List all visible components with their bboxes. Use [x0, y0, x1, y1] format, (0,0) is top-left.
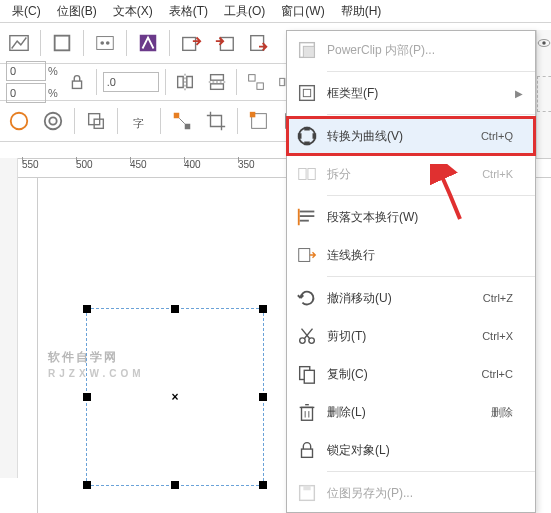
svg-rect-56: [302, 407, 313, 420]
menu-item-shortcut: 删除: [491, 405, 513, 420]
svg-rect-49: [299, 249, 310, 262]
svg-text:字: 字: [133, 117, 144, 129]
svg-rect-29: [250, 112, 256, 118]
menu-item-label: 锁定对象(L): [327, 442, 513, 459]
frame-icon: [287, 82, 327, 104]
percent-label: %: [48, 65, 58, 77]
menu-item-label: PowerClip 内部(P)...: [327, 42, 513, 59]
svg-rect-8: [251, 36, 264, 51]
menu-item-frame[interactable]: 框类型(F)▶: [287, 74, 535, 112]
tool-launch-icon[interactable]: [6, 30, 32, 56]
lock-ratio-icon[interactable]: [64, 69, 90, 95]
menu-item-linewrap[interactable]: 连线换行: [287, 236, 535, 274]
svg-rect-41: [298, 133, 302, 139]
svg-rect-36: [300, 86, 315, 101]
ruler-vertical: [18, 178, 38, 513]
undo-icon: [287, 287, 327, 309]
scale-y-input[interactable]: 0: [6, 83, 46, 103]
menu-tools[interactable]: 工具(O): [216, 3, 273, 20]
svg-rect-35: [303, 46, 314, 57]
menu-item-label: 复制(C): [327, 366, 482, 383]
handle-sw[interactable]: [83, 481, 91, 489]
svg-rect-14: [248, 75, 254, 81]
menu-bitmap[interactable]: 位图(B): [49, 3, 105, 20]
align-icon[interactable]: [243, 69, 269, 95]
handle-nw[interactable]: [83, 305, 91, 313]
tool-options-icon[interactable]: [92, 30, 118, 56]
menu-item-shortcut: Ctrl+Q: [481, 130, 513, 142]
tool-app-icon[interactable]: [135, 30, 161, 56]
menu-item-paratext[interactable]: 段落文本换行(W): [287, 198, 535, 236]
menu-item-shortcut: Ctrl+X: [482, 330, 513, 342]
menu-item-shortcut: Ctrl+C: [482, 368, 513, 380]
menu-item-split: 拆分Ctrl+K: [287, 155, 535, 193]
shape-combine-icon[interactable]: [83, 108, 109, 134]
lock-icon: [287, 439, 327, 461]
menu-item-label: 框类型(F): [327, 85, 513, 102]
handle-n[interactable]: [171, 305, 179, 313]
svg-point-4: [106, 41, 110, 45]
menu-item-label: 撤消移动(U): [327, 290, 483, 307]
menu-item-label: 连线换行: [327, 247, 513, 264]
menu-item-cut[interactable]: 剪切(T)Ctrl+X: [287, 317, 535, 355]
arrange-dropdown-menu: PowerClip 内部(P)...框类型(F)▶转换为曲线(V)Ctrl+Q拆…: [286, 30, 536, 513]
tool-publish-icon[interactable]: [246, 30, 272, 56]
selection-rectangle[interactable]: ×: [86, 308, 264, 486]
scale-x-input[interactable]: 0: [6, 61, 46, 81]
menu-item-label: 段落文本换行(W): [327, 209, 513, 226]
toolbox-strip: [0, 158, 18, 478]
percent-label: %: [48, 87, 58, 99]
menu-item-label: 删除(L): [327, 404, 491, 421]
menu-item-saveas: 位图另存为(P)...: [287, 474, 535, 512]
svg-rect-43: [299, 169, 306, 180]
menu-effects[interactable]: 果(C): [4, 3, 49, 20]
handle-s[interactable]: [171, 481, 179, 489]
svg-rect-11: [210, 75, 223, 81]
saveas-icon: [287, 482, 327, 504]
svg-rect-44: [308, 169, 315, 180]
menu-text[interactable]: 文本(X): [105, 3, 161, 20]
svg-rect-61: [302, 449, 313, 457]
handle-ne[interactable]: [259, 305, 267, 313]
svg-point-20: [45, 113, 62, 130]
menu-item-convert[interactable]: 转换为曲线(V)Ctrl+Q: [287, 117, 535, 155]
split-icon: [287, 163, 327, 185]
shape-circle-icon[interactable]: [6, 108, 32, 134]
anchor-tl-icon[interactable]: [246, 108, 272, 134]
handle-se[interactable]: [259, 481, 267, 489]
tool-import-icon[interactable]: [178, 30, 204, 56]
node-edit-icon[interactable]: [169, 108, 195, 134]
svg-rect-55: [304, 370, 314, 383]
tool-square-icon[interactable]: [49, 30, 75, 56]
menu-window[interactable]: 窗口(W): [273, 3, 332, 20]
handle-w[interactable]: [83, 393, 91, 401]
powerclip-icon: [287, 39, 327, 61]
handle-e[interactable]: [259, 393, 267, 401]
svg-rect-1: [55, 36, 70, 51]
menu-item-lock[interactable]: 锁定对象(L): [287, 431, 535, 469]
shape-ring-icon[interactable]: [40, 108, 66, 134]
tool-export-icon[interactable]: [212, 30, 238, 56]
mirror-v-icon[interactable]: [204, 69, 230, 95]
svg-rect-40: [304, 142, 310, 146]
menubar: 果(C) 位图(B) 文本(X) 表格(T) 工具(O) 窗口(W) 帮助(H): [0, 0, 551, 22]
svg-point-33: [542, 41, 546, 45]
mirror-h-icon[interactable]: [172, 69, 198, 95]
svg-rect-25: [174, 113, 180, 119]
menu-item-copy[interactable]: 复制(C)Ctrl+C: [287, 355, 535, 393]
copy-icon: [287, 363, 327, 385]
rotation-input[interactable]: .0: [103, 72, 159, 92]
svg-rect-48: [298, 209, 300, 226]
crop-icon[interactable]: [203, 108, 229, 134]
menu-item-delete[interactable]: 删除(L)删除: [287, 393, 535, 431]
svg-rect-39: [304, 127, 310, 131]
menu-help[interactable]: 帮助(H): [333, 3, 390, 20]
eye-icon[interactable]: [537, 36, 551, 50]
menu-table[interactable]: 表格(T): [161, 3, 216, 20]
svg-point-21: [49, 117, 56, 124]
menu-item-undo[interactable]: 撤消移动(U)Ctrl+Z: [287, 279, 535, 317]
text-tool-icon[interactable]: 字: [126, 108, 152, 134]
svg-rect-6: [183, 38, 196, 51]
svg-line-27: [179, 118, 185, 124]
cut-icon: [287, 325, 327, 347]
